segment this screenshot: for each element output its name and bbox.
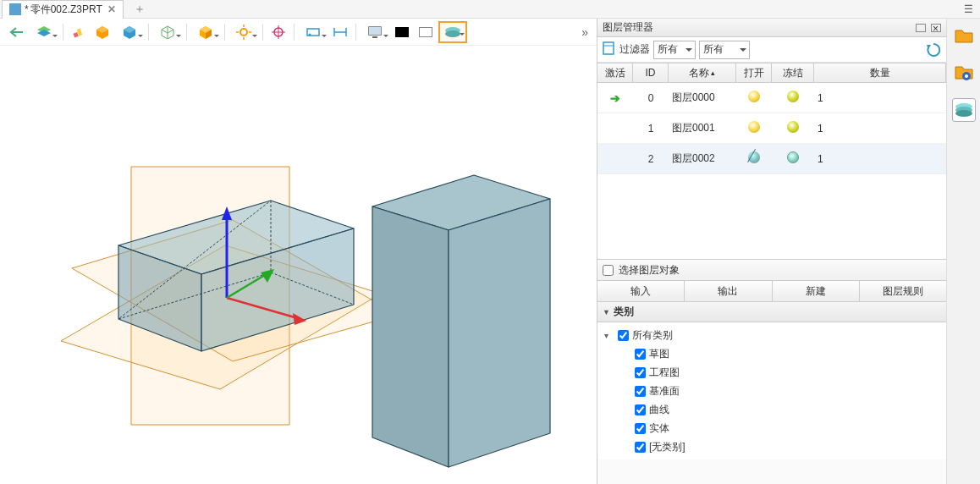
select-layer-object-checkbox[interactable] bbox=[603, 265, 614, 276]
panel-minimize-icon[interactable] bbox=[916, 24, 926, 32]
folder-icon[interactable] bbox=[952, 24, 976, 47]
tree-item[interactable]: 草图 bbox=[597, 344, 946, 363]
frozen-bulb-icon[interactable] bbox=[787, 91, 799, 102]
svg-point-44 bbox=[955, 110, 972, 117]
col-active[interactable]: 激活 bbox=[597, 63, 633, 82]
layers-icon[interactable] bbox=[952, 98, 976, 122]
layer-count: 1 bbox=[814, 153, 946, 165]
layer-name: 图层0002 bbox=[669, 151, 736, 166]
layer-table: 激活 ID 名称▴ 打开 冻结 数量 ➔0图层000011图层000112图层0… bbox=[597, 63, 946, 259]
part-file-icon bbox=[9, 3, 21, 15]
layer-id: 0 bbox=[633, 92, 669, 104]
svg-marker-35 bbox=[372, 206, 449, 467]
tab-modified-indicator: * bbox=[25, 3, 29, 15]
panel-header: 图层管理器 × bbox=[597, 19, 946, 37]
tree-item-checkbox[interactable] bbox=[635, 367, 646, 378]
layer-name: 图层0001 bbox=[669, 121, 736, 135]
filter-select-2[interactable]: 所有 bbox=[699, 41, 750, 59]
3d-viewport[interactable]: » bbox=[0, 19, 597, 484]
layer-row[interactable]: ➔0图层00001 bbox=[597, 83, 946, 113]
tree-item-checkbox[interactable] bbox=[635, 349, 646, 360]
tree-item-checkbox[interactable] bbox=[635, 404, 646, 415]
open-bulb-icon[interactable] bbox=[748, 151, 760, 163]
frozen-bulb-icon[interactable] bbox=[787, 121, 799, 133]
select-layer-object-row: 选择图层对象 bbox=[597, 259, 946, 281]
col-id[interactable]: ID bbox=[633, 63, 669, 82]
filter-refresh-button[interactable] bbox=[924, 41, 943, 59]
layer-table-header: 激活 ID 名称▴ 打开 冻结 数量 bbox=[597, 63, 946, 83]
filter-label: 过滤器 bbox=[619, 42, 650, 57]
panel-close-icon[interactable]: × bbox=[931, 24, 941, 32]
tree-item[interactable]: 基准面 bbox=[597, 382, 946, 400]
layer-action-buttons: 输入 输出 新建 图层规则 bbox=[597, 281, 946, 302]
layer-row[interactable]: 2图层00021 bbox=[597, 144, 946, 174]
col-frozen[interactable]: 冻结 bbox=[772, 63, 814, 82]
active-arrow-icon: ➔ bbox=[610, 91, 620, 105]
col-open[interactable]: 打开 bbox=[736, 63, 772, 82]
rule-button[interactable]: 图层规则 bbox=[860, 281, 946, 301]
tree-root[interactable]: ▾ 所有类别 bbox=[597, 326, 946, 344]
input-button[interactable]: 输入 bbox=[597, 281, 685, 301]
col-name[interactable]: 名称▴ bbox=[669, 63, 736, 82]
panel-title: 图层管理器 bbox=[603, 20, 653, 35]
tree-root-checkbox[interactable] bbox=[618, 330, 629, 341]
category-tree: ▾ 所有类别 草图工程图基准面曲线实体[无类别] bbox=[597, 322, 946, 459]
tab-menu-button[interactable]: ☰ bbox=[964, 3, 973, 15]
filter-row: 过滤器 所有 所有 bbox=[597, 37, 946, 63]
scene-svg bbox=[0, 19, 592, 484]
layer-count: 1 bbox=[814, 92, 946, 104]
tree-item[interactable]: [无类别] bbox=[597, 437, 946, 456]
tree-item[interactable]: 工程图 bbox=[597, 363, 946, 382]
new-button[interactable]: 新建 bbox=[773, 281, 860, 301]
category-header[interactable]: 类别 bbox=[597, 302, 946, 322]
layer-count: 1 bbox=[814, 123, 946, 135]
tree-item[interactable]: 曲线 bbox=[597, 400, 946, 419]
tab-filename: 零件002.Z3PRT bbox=[30, 3, 102, 17]
layer-id: 2 bbox=[633, 153, 669, 165]
frozen-bulb-icon[interactable] bbox=[787, 151, 799, 163]
add-tab-button[interactable]: ＋ bbox=[134, 2, 146, 17]
filter-icon[interactable] bbox=[601, 41, 616, 58]
layer-id: 1 bbox=[633, 123, 669, 135]
svg-point-41 bbox=[965, 74, 968, 78]
tree-item[interactable]: 实体 bbox=[597, 419, 946, 437]
select-layer-object-label: 选择图层对象 bbox=[619, 263, 680, 278]
filter-select-1[interactable]: 所有 bbox=[653, 41, 696, 59]
layer-row[interactable]: 1图层00011 bbox=[597, 113, 946, 144]
folder-gear-icon[interactable] bbox=[952, 61, 976, 85]
tree-item-checkbox[interactable] bbox=[635, 423, 646, 434]
document-tab-bar: * 零件002.Z3PRT ✕ ＋ ☰ bbox=[0, 0, 980, 19]
svg-marker-36 bbox=[449, 199, 550, 467]
tree-item-checkbox[interactable] bbox=[635, 386, 646, 397]
layer-manager-panel: 图层管理器 × 过滤器 所有 所有 激活 ID 名称▴ 打开 冻结 数量 ➔0图 bbox=[597, 19, 946, 484]
open-bulb-icon[interactable] bbox=[748, 121, 760, 133]
output-button[interactable]: 输出 bbox=[685, 281, 772, 301]
right-side-toolbar bbox=[946, 19, 980, 484]
svg-rect-37 bbox=[603, 42, 614, 54]
file-tab[interactable]: * 零件002.Z3PRT ✕ bbox=[2, 0, 124, 19]
tree-item-checkbox[interactable] bbox=[635, 442, 646, 453]
col-count[interactable]: 数量 bbox=[814, 63, 946, 82]
layer-name: 图层0000 bbox=[669, 91, 736, 105]
open-bulb-icon[interactable] bbox=[748, 91, 760, 102]
close-tab-button[interactable]: ✕ bbox=[107, 3, 116, 15]
